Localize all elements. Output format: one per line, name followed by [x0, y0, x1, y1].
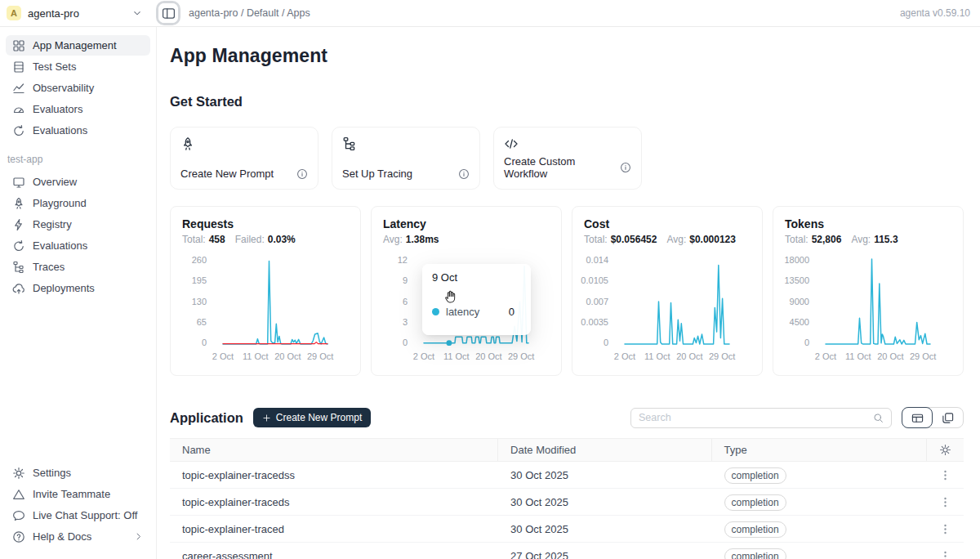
plus-icon: [262, 414, 271, 423]
table-view-icon: [911, 412, 924, 424]
more-menu-button[interactable]: [939, 469, 951, 481]
app-name: career-assessment: [170, 550, 498, 559]
version-label: agenta v0.59.10: [900, 7, 980, 19]
sidebar-item[interactable]: Overview: [6, 172, 150, 192]
chevron-right-icon: [133, 531, 144, 542]
series-dot: [432, 308, 439, 315]
metric-card: Tokens Total:52,806Avg:115.3 18000135009…: [773, 206, 964, 376]
more-menu-button[interactable]: [939, 550, 951, 559]
x-axis-labels: 2 Oct11 Oct20 Oct29 Oct: [414, 350, 550, 363]
code-icon: [504, 136, 519, 151]
app-name: topic-explainer-traceds: [170, 496, 498, 508]
y-axis-labels: 1800013500900045000: [785, 256, 816, 347]
info-icon[interactable]: [620, 162, 631, 173]
tree-icon: [12, 261, 25, 274]
monitor-icon: [12, 176, 25, 189]
gear-icon: [12, 467, 25, 480]
triangle-icon: [12, 488, 25, 501]
sidebar-item-label: Playground: [33, 197, 87, 209]
search-icon[interactable]: [873, 413, 884, 423]
sidebar-footer-item[interactable]: Invite Teammate: [6, 484, 150, 504]
get-started-card[interactable]: Create Custom Workflow: [493, 127, 642, 190]
breadcrumb[interactable]: agenta-pro / Default / Apps: [189, 7, 310, 19]
sidebar-item[interactable]: Deployments: [6, 278, 150, 298]
metric-title: Requests: [182, 217, 349, 230]
get-started-card[interactable]: Create New Prompt: [170, 127, 318, 190]
app-name: topic-explainer-tracedss: [170, 469, 498, 481]
sidebar: App Management Test Sets Observability: [0, 27, 157, 559]
sidebar-footer-item[interactable]: Live Chat Support: Off: [6, 505, 150, 525]
sidebar-item[interactable]: Observability: [6, 78, 150, 98]
chevron-down-icon: [131, 7, 143, 19]
sidebar-toggle-button[interactable]: [158, 3, 178, 23]
metric-card: Requests Total:458Failed:0.03% 260195130…: [170, 206, 361, 376]
search-input[interactable]: [639, 412, 868, 423]
rocket-icon: [180, 136, 195, 151]
more-menu-button[interactable]: [939, 496, 951, 508]
tooltip-value: 0: [509, 306, 521, 318]
table-header: Name Date Modified Type: [170, 439, 964, 462]
sidebar-item[interactable]: Test Sets: [6, 56, 150, 77]
get-started-card[interactable]: Set Up Tracing: [332, 127, 480, 190]
main-content: App Management Get Started Create New Pr…: [157, 27, 980, 559]
metric-stats: Avg:1.38ms: [383, 234, 550, 245]
sidebar-footer-item[interactable]: Help & Docs: [6, 526, 150, 547]
metric-stats: Total:$0.056452Avg:$0.000123: [584, 234, 751, 245]
chart-icon: [12, 82, 25, 95]
sidebar-item[interactable]: Evaluations: [6, 120, 150, 141]
gear-icon[interactable]: [939, 444, 951, 456]
more-menu-button[interactable]: [939, 523, 951, 535]
chart-tooltip: 9 Oct latency 0: [422, 264, 531, 335]
sidebar-item[interactable]: Evaluators: [6, 99, 150, 119]
sidebar-item[interactable]: Registry: [6, 214, 150, 235]
card-view-button[interactable]: [932, 408, 963, 427]
table-row[interactable]: career-assessment 27 Oct 2025 completion: [170, 543, 964, 559]
sidebar-footer-item[interactable]: Settings: [6, 463, 150, 483]
grid-icon: [12, 39, 25, 52]
chart-plot: [213, 256, 349, 347]
get-started-title: Get Started: [170, 94, 964, 110]
y-axis-labels: 129630: [383, 256, 414, 347]
page-title: App Management: [170, 45, 964, 67]
sidebar-item-label: Live Chat Support: Off: [33, 509, 137, 521]
chart-plot: [816, 256, 951, 347]
column-header-date-modified: Date Modified: [498, 439, 711, 461]
metric-chart: 0.0140.01050.0070.00350 2 Oct11 Oct20 Oc…: [584, 256, 751, 363]
view-toggle: [902, 407, 964, 428]
app-date-modified: 27 Oct 2025: [498, 550, 711, 559]
application-title: Application: [170, 410, 243, 426]
table-row[interactable]: topic-explainer-traceds 30 Oct 2025 comp…: [170, 489, 964, 516]
metric-stats: Total:52,806Avg:115.3: [785, 234, 951, 245]
get-started-card-label: Set Up Tracing: [342, 168, 412, 180]
info-icon[interactable]: [296, 168, 308, 180]
sidebar-item-label: Registry: [33, 218, 72, 230]
table-view-button[interactable]: [902, 407, 933, 428]
type-badge: completion: [724, 494, 786, 511]
chart-plot: [615, 256, 751, 347]
bolt-icon: [12, 218, 25, 231]
sidebar-item[interactable]: App Management: [6, 35, 150, 56]
metrics-row: Requests Total:458Failed:0.03% 260195130…: [170, 206, 964, 376]
info-icon[interactable]: [458, 168, 470, 180]
applications-table: Name Date Modified Type topic-explainer-…: [170, 438, 964, 559]
app-root: A agenta-pro agenta-pro / Default / Apps…: [0, 0, 980, 559]
table-row[interactable]: topic-explainer-traced 30 Oct 2025 compl…: [170, 516, 964, 543]
x-axis-labels: 2 Oct11 Oct20 Oct29 Oct: [816, 350, 951, 363]
metric-stats: Total:458Failed:0.03%: [182, 234, 349, 245]
tree-icon: [342, 136, 357, 151]
sidebar-item-label: Deployments: [33, 282, 95, 294]
sidebar-item[interactable]: Evaluations: [6, 235, 150, 256]
sidebar-item[interactable]: Playground: [6, 193, 150, 213]
create-new-prompt-button[interactable]: Create New Prompt: [253, 408, 371, 427]
hand-cursor-icon: [443, 289, 458, 304]
workspace-name: agenta-pro: [28, 7, 125, 20]
sidebar-item-label: Test Sets: [33, 60, 76, 73]
workspace-selector[interactable]: A agenta-pro: [0, 6, 151, 20]
sidebar-item[interactable]: Traces: [6, 257, 150, 277]
sidebar-item-label: Evaluators: [33, 103, 82, 115]
table-row[interactable]: topic-explainer-tracedss 30 Oct 2025 com…: [170, 462, 964, 489]
panel-left-icon: [162, 7, 176, 20]
get-started-row: Create New Prompt Set Up Tracing: [170, 127, 964, 190]
application-section: Application Create New Prompt: [170, 407, 964, 559]
y-axis-labels: 0.0140.01050.0070.00350: [584, 256, 615, 347]
